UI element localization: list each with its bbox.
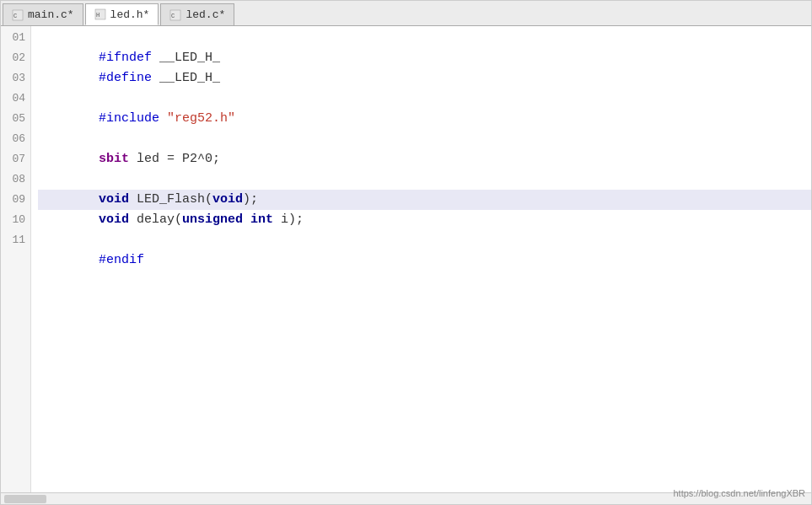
line-num-8: 08	[1, 169, 30, 190]
editor-container: C main.c* H led.h* C led.c*	[0, 0, 812, 505]
line-num-10: 10	[1, 210, 30, 230]
line-num-1: 01	[1, 28, 30, 48]
code-space	[159, 111, 167, 126]
code-reg52: "reg52.h"	[167, 111, 235, 126]
svg-text:H: H	[96, 12, 99, 19]
code-endif: #endif	[99, 253, 144, 267]
c-file-icon-2: C	[169, 9, 181, 21]
tab-main-c-label: main.c*	[28, 8, 74, 21]
tab-led-c[interactable]: C led.c*	[160, 3, 234, 25]
code-led-flash: LED_Flash(	[129, 192, 212, 207]
line-num-7: 07	[1, 149, 30, 169]
code-void-1: void	[99, 192, 129, 207]
tab-led-h[interactable]: H led.h*	[85, 3, 159, 25]
code-int: int	[250, 212, 273, 227]
line-num-4: 04	[1, 89, 30, 109]
code-led-h-guard1: __LED_H_	[152, 51, 220, 65]
code-led-h-guard2: __LED_H_	[152, 71, 220, 85]
code-led-assign: led = P2^0;	[129, 152, 220, 166]
line-numbers: 01 02 03 04 05 06 07 08 09 10 11	[1, 26, 31, 492]
line-num-5: 05	[1, 109, 30, 129]
tab-main-c[interactable]: C main.c*	[3, 3, 83, 25]
code-led-flash-close: );	[243, 192, 258, 207]
tab-led-c-label: led.c*	[186, 8, 225, 21]
c-file-icon: C	[12, 9, 24, 21]
horizontal-scrollbar[interactable]	[4, 495, 46, 503]
code-void-2: void	[99, 212, 129, 227]
code-ifndef: #ifndef	[99, 51, 152, 65]
svg-text:C: C	[171, 13, 175, 19]
code-delay-open: delay(	[129, 212, 182, 227]
code-void-param-1: void	[212, 192, 243, 207]
code-delay-close: i);	[273, 212, 304, 227]
code-line-11: #endif	[38, 230, 811, 250]
code-content[interactable]: #ifndef __LED_H_ #define __LED_H_ #inclu…	[31, 26, 811, 492]
code-line-6: sbit led = P2^0;	[38, 129, 811, 149]
tab-led-h-label: led.h*	[110, 8, 150, 21]
code-line-8: void LED_Flash(void);	[38, 169, 811, 190]
code-space2	[243, 212, 250, 227]
code-define: #define	[99, 71, 152, 85]
code-include: #include	[99, 111, 159, 126]
tab-bar: C main.c* H led.h* C led.c*	[1, 1, 811, 26]
code-sbit: sbit	[99, 152, 129, 166]
line-num-9: 09	[1, 190, 30, 210]
line-num-11: 11	[1, 230, 30, 250]
code-area: 01 02 03 04 05 06 07 08 09 10 11 #ifndef…	[1, 26, 811, 492]
code-line-1: #ifndef __LED_H_	[38, 28, 811, 48]
code-unsigned: unsigned	[182, 212, 243, 227]
watermark: https://blog.csdn.net/linfengXBR	[673, 488, 805, 498]
h-file-icon: H	[94, 8, 106, 20]
line-num-2: 02	[1, 48, 30, 68]
svg-text:C: C	[13, 13, 17, 19]
line-num-3: 03	[1, 68, 30, 89]
line-num-6: 06	[1, 129, 30, 149]
code-line-4: #include "reg52.h"	[38, 89, 811, 109]
